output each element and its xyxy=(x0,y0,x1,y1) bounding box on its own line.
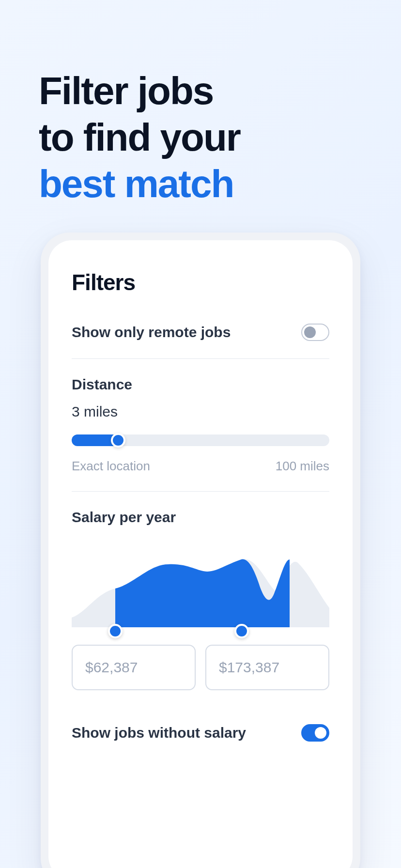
distance-value: 3 miles xyxy=(72,403,329,420)
distance-label: Distance xyxy=(72,376,329,393)
salary-min-thumb-icon[interactable] xyxy=(108,624,123,638)
salary-min-input[interactable]: $62,387 xyxy=(72,645,196,690)
hero-heading: Filter jobs to find your best match xyxy=(0,0,401,241)
without-salary-toggle[interactable] xyxy=(301,724,329,742)
title-line-2: to find your xyxy=(39,116,240,159)
panel-title: Filters xyxy=(72,269,329,295)
title-line-1: Filter jobs xyxy=(39,69,213,112)
salary-histogram xyxy=(72,545,329,627)
divider xyxy=(72,491,329,492)
without-salary-label: Show jobs without salary xyxy=(72,725,246,741)
distance-min-label: Exact location xyxy=(72,459,150,474)
toggle-knob-icon xyxy=(304,326,316,338)
slider-thumb-icon[interactable] xyxy=(111,433,125,448)
histogram-svg xyxy=(72,545,329,627)
page-title: Filter jobs to find your best match xyxy=(39,68,362,207)
distance-slider-labels: Exact location 100 miles xyxy=(72,459,329,474)
title-accent: best match xyxy=(39,162,233,205)
remote-jobs-label: Show only remote jobs xyxy=(72,324,231,341)
filters-panel: Filters Show only remote jobs Distance 3… xyxy=(48,240,353,868)
distance-max-label: 100 miles xyxy=(276,459,329,474)
distance-section: Distance 3 miles Exact location 100 mile… xyxy=(72,376,329,474)
salary-section: Salary per year $62,387 $173,387 xyxy=(72,509,329,690)
without-salary-row: Show jobs without salary xyxy=(72,724,329,742)
salary-label: Salary per year xyxy=(72,509,329,526)
salary-max-thumb-icon[interactable] xyxy=(234,624,249,638)
distance-slider[interactable] xyxy=(72,434,329,446)
salary-inputs: $62,387 $173,387 xyxy=(72,645,329,690)
remote-jobs-toggle[interactable] xyxy=(301,324,329,341)
toggle-knob-icon xyxy=(315,727,326,739)
phone-frame: Filters Show only remote jobs Distance 3… xyxy=(41,232,360,868)
salary-max-input[interactable]: $173,387 xyxy=(205,645,329,690)
remote-jobs-row: Show only remote jobs xyxy=(72,324,329,341)
divider xyxy=(72,358,329,359)
